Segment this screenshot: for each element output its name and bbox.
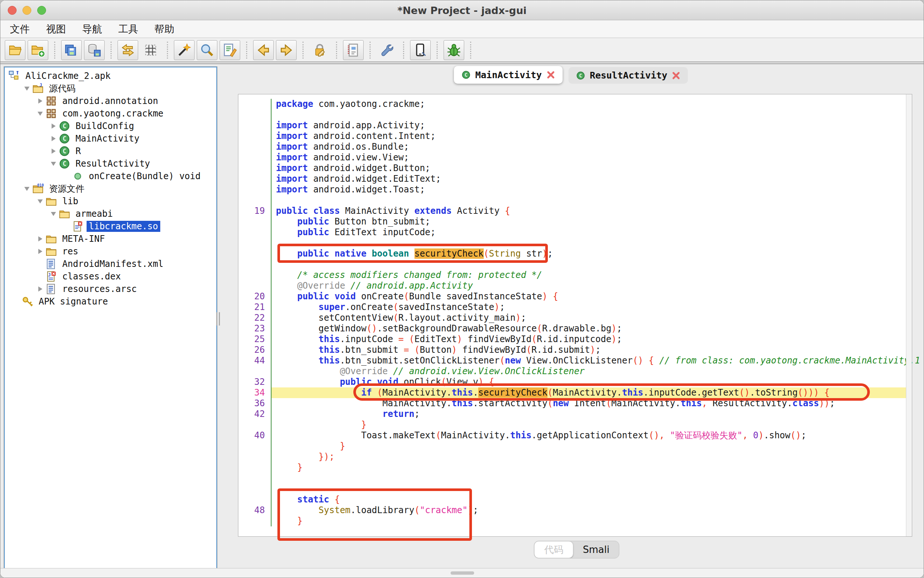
save-all-button[interactable] — [61, 40, 82, 60]
code-line[interactable]: 20 public void onCreate(Bundle savedInst… — [238, 291, 912, 302]
menu-帮助[interactable]: 帮助 — [154, 23, 174, 36]
code-line[interactable]: import android.widget.Button; — [238, 163, 912, 174]
tree-item-classes.dex[interactable]: Jclasses.dex — [5, 270, 216, 283]
tree-item-armeabi[interactable]: armeabi — [5, 208, 216, 220]
code-line[interactable]: 25 this.inputCode = (EditText) findViewB… — [238, 334, 912, 345]
code-line[interactable]: import android.widget.Toast; — [238, 184, 912, 195]
menu-导航[interactable]: 导航 — [82, 23, 102, 36]
menu-工具[interactable]: 工具 — [118, 23, 138, 36]
chevron-right-icon[interactable] — [48, 149, 58, 154]
debug-bug-button[interactable] — [443, 40, 464, 60]
sync-arrows-button[interactable] — [118, 40, 138, 60]
chevron-down-icon[interactable] — [48, 212, 58, 216]
tab-close-icon[interactable] — [546, 70, 555, 79]
code-line[interactable]: public Button btn_submit; — [238, 216, 912, 227]
device-phone-button[interactable] — [410, 40, 431, 60]
lock-edit-button[interactable] — [309, 40, 330, 60]
horizontal-scrollbar-handle[interactable] — [451, 572, 474, 575]
open-file-button[interactable] — [5, 40, 26, 60]
code-line[interactable] — [238, 238, 912, 248]
code-line[interactable]: 34 if (MainActivity.this.securityCheck(M… — [238, 387, 912, 398]
tab-ResultActivity[interactable]: CResultActivity — [568, 67, 688, 84]
code-line[interactable] — [238, 195, 912, 206]
tab-code[interactable]: 代码 — [534, 541, 573, 558]
log-viewer-button[interactable] — [343, 40, 364, 60]
code-line[interactable]: import android.os.Bundle; — [238, 141, 912, 152]
tree-item-BuildConfig[interactable]: CBuildConfig — [5, 120, 216, 132]
tree-item-AndroidManifest.xml[interactable]: AndroidManifest.xml — [5, 258, 216, 270]
code-line[interactable]: 21 super.onCreate(savedInstanceState); — [238, 302, 912, 313]
chevron-right-icon[interactable] — [48, 136, 58, 141]
tab-close-icon[interactable] — [672, 71, 680, 80]
preferences-wrench-button[interactable] — [377, 40, 397, 60]
chevron-down-icon[interactable] — [22, 87, 32, 91]
code-line[interactable]: } — [238, 419, 912, 430]
deobfuscation-wand-button[interactable] — [174, 40, 194, 60]
tree-item-R[interactable]: CR — [5, 145, 216, 157]
search-button[interactable] — [197, 40, 217, 60]
code-line[interactable]: 48 System.loadLibrary("crackme"); — [238, 505, 912, 516]
code-line[interactable]: /* access modifiers changed from: protec… — [238, 270, 912, 281]
chevron-right-icon[interactable] — [35, 236, 45, 242]
code-line[interactable]: }); — [238, 451, 912, 462]
editor-scrollbar[interactable] — [906, 94, 912, 536]
chevron-right-icon[interactable] — [35, 286, 45, 292]
chevron-right-icon[interactable] — [35, 249, 45, 254]
code-line[interactable]: 23 getWindow().setBackgroundDrawableReso… — [238, 323, 912, 334]
menu-文件[interactable]: 文件 — [10, 23, 30, 36]
code-line[interactable]: 19public class MainActivity extends Acti… — [238, 206, 912, 216]
tree-item-ResultActivity[interactable]: CResultActivity — [5, 157, 216, 170]
tab-MainActivity[interactable]: CMainActivity — [454, 66, 563, 84]
code-line[interactable]: 40 Toast.makeText(MainActivity.this.getA… — [238, 430, 912, 441]
text-search-button[interactable] — [220, 40, 240, 60]
tree-item-com.yaotong.crackme[interactable]: com.yaotong.crackme — [5, 107, 216, 120]
code-line[interactable]: 26 this.btn_submit = (Button) findViewBy… — [238, 345, 912, 356]
code-line[interactable] — [238, 484, 912, 494]
tree-item-lib[interactable]: lib — [5, 195, 216, 208]
chevron-down-icon[interactable] — [35, 112, 45, 116]
code-line[interactable]: import android.widget.EditText; — [238, 174, 912, 184]
chevron-down-icon[interactable] — [35, 200, 45, 203]
menu-视图[interactable]: 视图 — [46, 23, 66, 36]
chevron-right-icon[interactable] — [48, 123, 58, 129]
code-line[interactable]: @Override // android.view.View.OnClickLi… — [238, 366, 912, 377]
code-line[interactable]: static { — [238, 494, 912, 505]
tree-item-onCreate-Bundle-void[interactable]: onCreate(Bundle) void — [5, 170, 216, 182]
tree-item-android.annotation[interactable]: android.annotation — [5, 95, 216, 107]
code-line[interactable]: } — [238, 516, 912, 526]
code-line[interactable]: @Override // android.app.Activity — [238, 281, 912, 291]
tree-item--[interactable]: 010资源文件 — [5, 182, 216, 195]
code-line[interactable] — [238, 473, 912, 484]
open-project-add-button[interactable] — [28, 40, 48, 60]
project-tree[interactable]: AliCrackme_2.apkJ源代码android.annotationco… — [4, 67, 217, 570]
tree-item--[interactable]: J源代码 — [5, 82, 216, 95]
splitter-handle[interactable] — [216, 312, 220, 325]
code-line[interactable]: } — [238, 441, 912, 451]
code-line[interactable]: 32 public void onClick(View v) { — [238, 377, 912, 387]
chevron-down-icon[interactable] — [48, 162, 58, 166]
code-line[interactable]: import android.app.Activity; — [238, 120, 912, 131]
code-line[interactable]: import android.view.View; — [238, 152, 912, 163]
code-line[interactable]: import android.content.Intent; — [238, 131, 912, 141]
tree-item-AliCrackme_2.apk[interactable]: AliCrackme_2.apk — [5, 70, 216, 82]
code-line[interactable]: } — [238, 462, 912, 473]
code-line[interactable]: 22 setContentView(R.layout.activity_main… — [238, 313, 912, 323]
tree-item-res[interactable]: res — [5, 245, 216, 258]
code-editor[interactable]: package com.yaotong.crackme;import andro… — [238, 94, 912, 537]
code-line[interactable]: package com.yaotong.crackme; — [238, 99, 912, 109]
code-line[interactable]: 44 this.btn_submit.setOnClickListener(ne… — [238, 356, 912, 366]
code-line[interactable]: public native boolean securityCheck(Stri… — [238, 248, 912, 259]
tab-smali[interactable]: Smali — [573, 541, 619, 558]
code-line[interactable]: public EditText inputCode; — [238, 227, 912, 238]
flat-packages-grid-button[interactable] — [140, 40, 161, 60]
tree-item-resources.arsc[interactable]: resources.arsc — [5, 283, 216, 295]
chevron-down-icon[interactable] — [22, 187, 32, 191]
code-line[interactable]: 36 MainActivity.this.startActivity(new I… — [238, 398, 912, 409]
tree-item-MainActivity[interactable]: CMainActivity — [5, 132, 216, 145]
back-arrow-button[interactable] — [253, 40, 274, 60]
code-line[interactable]: 42 return; — [238, 409, 912, 419]
code-line[interactable] — [238, 109, 912, 120]
tree-item-APK-signature[interactable]: APK signature — [5, 295, 216, 308]
tree-item-libcrackme.so[interactable]: libcrackme.so — [5, 220, 216, 232]
export-db-button[interactable] — [84, 40, 105, 60]
